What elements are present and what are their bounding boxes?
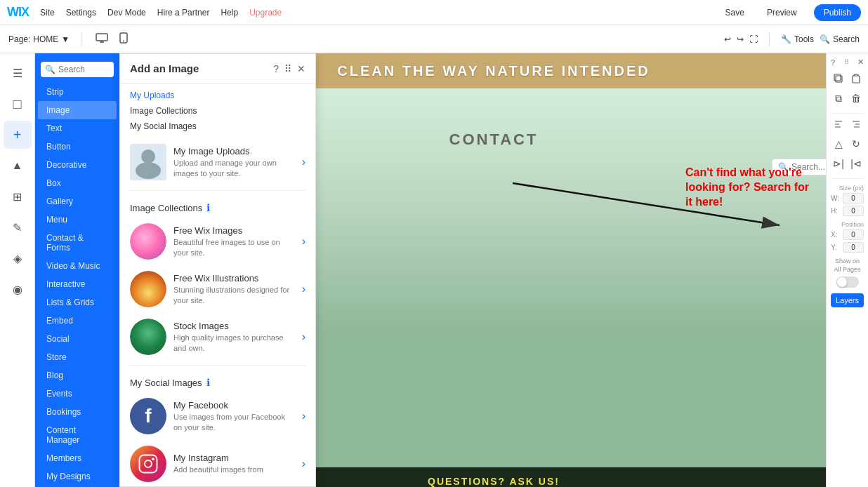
rotate-icon-btn[interactable]: ↻ [848, 136, 864, 152]
svg-point-3 [141, 149, 155, 164]
tools-button[interactable]: 🔧 Tools [781, 34, 814, 44]
image-collections-info-icon[interactable]: ℹ [206, 202, 210, 213]
my-uploads-info: My Image Uploads Upload and manage your … [173, 146, 295, 178]
size-label: Size (px) [831, 185, 864, 192]
site-header-text: CLEAN THE WAY NATURE INTENDED [337, 63, 650, 79]
panel-item-members[interactable]: Members [38, 449, 117, 467]
my-business-icon-btn[interactable]: ◉ [4, 275, 32, 303]
nav-help[interactable]: Help [221, 8, 238, 18]
page-selector[interactable]: Page: HOME ▼ [8, 34, 70, 44]
save-button[interactable]: Save [720, 5, 750, 20]
add-section-icon-btn[interactable]: □ [4, 90, 32, 118]
svg-rect-5 [140, 455, 157, 473]
panel-item-embed[interactable]: Embed [38, 312, 117, 330]
blog-icon-btn[interactable]: ✎ [4, 213, 32, 241]
free-wix-illustrations-row[interactable]: Free Wix Illustrations Stunning illustra… [120, 265, 315, 313]
social-images-info-icon[interactable]: ℹ [206, 377, 210, 388]
panel-search-box[interactable]: 🔍 [41, 62, 114, 77]
width-label: W: [831, 194, 839, 202]
panel-item-strip[interactable]: Strip [38, 83, 117, 101]
search-button[interactable]: 🔍 Search [820, 34, 860, 44]
add-elements-icon: + [13, 127, 22, 143]
panel-search-icon: 🔍 [45, 65, 55, 74]
nav-dev-mode[interactable]: Dev Mode [107, 8, 146, 18]
app-market-icon-btn[interactable]: ⊞ [4, 182, 32, 211]
panel-item-store[interactable]: Store [38, 348, 117, 366]
pages-icon: ☰ [13, 67, 22, 80]
y-value[interactable]: 0 [843, 242, 864, 253]
show-all-pages-toggle[interactable] [836, 276, 859, 288]
close-panel-icon[interactable]: ✕ [297, 63, 305, 74]
nav-upgrade[interactable]: Upgrade [249, 8, 282, 18]
publish-button[interactable]: Publish [814, 4, 861, 21]
nav-my-social-images[interactable]: My Social Images [130, 119, 305, 134]
width-value[interactable]: 0 [843, 193, 864, 204]
svg-point-4 [136, 162, 161, 179]
add-image-title: Add an Image [130, 62, 199, 74]
stock-images-row[interactable]: Stock Images High quality images to purc… [120, 313, 315, 361]
panel-item-interactive[interactable]: Interactive [38, 275, 117, 293]
fit-screen-button[interactable]: ⛶ [749, 34, 758, 44]
back-icon-btn[interactable]: ⊳| [831, 156, 846, 171]
nav-my-uploads[interactable]: My Uploads [130, 88, 305, 103]
paste-icon-btn[interactable] [848, 71, 864, 86]
panel-item-contact-forms[interactable]: Contact & Forms [38, 229, 117, 257]
add-elements-icon-btn[interactable]: + [4, 121, 32, 149]
panel-item-menu[interactable]: Menu [38, 211, 117, 229]
free-wix-images-row[interactable]: Free Wix Images Beautiful free images to… [120, 218, 315, 265]
panel-item-decorative[interactable]: Decorative [38, 156, 117, 174]
panel-item-bookings[interactable]: Bookings [38, 403, 117, 421]
panel-item-image[interactable]: Image [38, 101, 117, 119]
preview-button[interactable]: Preview [761, 5, 803, 20]
panel-item-gallery[interactable]: Gallery [38, 192, 117, 211]
props-layout-row-1 [831, 116, 864, 132]
page-dropdown-icon: ▼ [61, 34, 70, 44]
my-facebook-row[interactable]: f My Facebook Use images from your Faceb… [120, 392, 315, 440]
mobile-device-btn[interactable] [117, 29, 131, 48]
main-area: ☰ □ + ▲ ⊞ ✎ ◈ ◉ 🔍 Strip Image Text [0, 53, 868, 487]
align-left-icon-btn[interactable] [831, 116, 846, 132]
align-right-icon-btn[interactable] [848, 116, 864, 132]
nav-site[interactable]: Site [40, 8, 55, 18]
redo-button[interactable]: ↪ [737, 34, 744, 44]
panel-search-input[interactable] [58, 65, 107, 74]
height-value[interactable]: 0 [843, 206, 864, 216]
design-icon: ◈ [13, 252, 22, 265]
x-value[interactable]: 0 [843, 229, 864, 240]
delete-icon-btn[interactable]: 🗑 [848, 91, 864, 106]
free-wix-images-name: Free Wix Images [173, 225, 295, 236]
panel-item-social[interactable]: Social [38, 330, 117, 348]
panel-item-blog[interactable]: Blog [38, 366, 117, 385]
panel-item-video-music[interactable]: Video & Music [38, 257, 117, 275]
panel-item-events[interactable]: Events [38, 385, 117, 403]
social-images-section-title: My Social Images ℹ [120, 370, 315, 392]
design-icon-btn[interactable]: ◈ [4, 244, 32, 272]
props-drag-icon: ⠿ [844, 58, 849, 66]
my-instagram-row[interactable]: My Instagram Add beautiful images from › [120, 440, 315, 487]
height-field-row: H: 0 [831, 206, 864, 216]
duplicate-icon-btn[interactable]: ⧉ [831, 91, 846, 106]
nav-hire-partner[interactable]: Hire a Partner [157, 8, 210, 18]
media-icon-btn[interactable]: ▲ [4, 152, 32, 180]
desktop-device-btn[interactable] [93, 30, 111, 48]
layers-button[interactable]: Layers [831, 293, 864, 307]
panel-item-text[interactable]: Text [38, 119, 117, 138]
undo-button[interactable]: ↩ [724, 34, 731, 44]
contact-label: CONTACT [449, 131, 539, 149]
pages-icon-btn[interactable]: ☰ [4, 59, 32, 87]
panel-item-lists-grids[interactable]: Lists & Grids [38, 293, 117, 312]
panel-item-content-manager[interactable]: Content Manager [38, 421, 117, 449]
props-question-icon[interactable]: ? [831, 58, 835, 67]
panel-item-box[interactable]: Box [38, 174, 117, 192]
copy-icon-btn[interactable] [831, 71, 846, 86]
my-image-uploads-row[interactable]: My Image Uploads Upload and manage your … [120, 138, 315, 186]
panel-item-my-designs[interactable]: My Designs [38, 467, 117, 486]
props-close-icon[interactable]: ✕ [857, 58, 864, 67]
nav-settings[interactable]: Settings [66, 8, 96, 18]
triangle-icon-btn[interactable]: △ [831, 136, 846, 152]
help-icon[interactable]: ? [273, 63, 279, 74]
forward-icon-btn[interactable]: |⊲ [848, 156, 864, 171]
nav-image-collections[interactable]: Image Collections [130, 103, 305, 119]
panel-item-button[interactable]: Button [38, 138, 117, 156]
props-header: ? ⠿ ✕ [831, 58, 864, 67]
